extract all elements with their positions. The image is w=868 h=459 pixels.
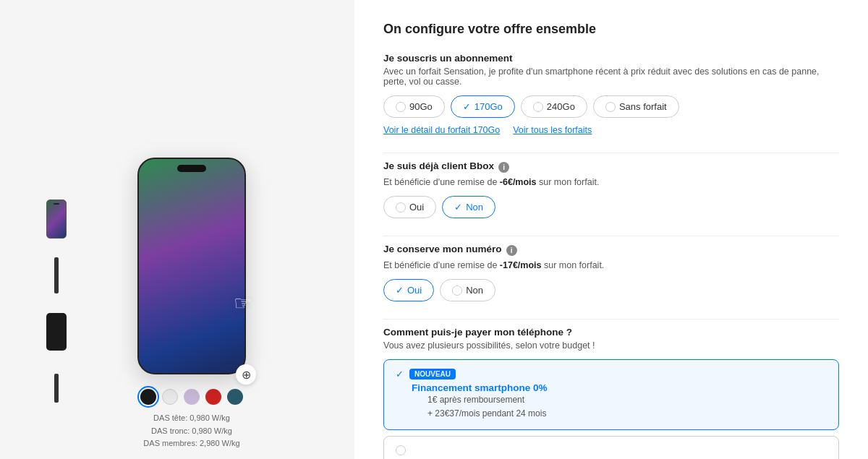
check-170go: ✓ [463,101,471,112]
payment-option-facilite[interactable]: ✓ Facilité de paiement sans frais 369€90… [383,436,839,459]
bbox-options: Oui ✓ Non [383,196,839,218]
divider-1 [383,153,839,153]
option-90go[interactable]: 90Go [383,95,445,118]
check-bbox-non: ✓ [454,202,462,213]
bbox-label-row: Je suis déjà client Bbox i [383,160,839,174]
bbox-desc: Et bénéficie d'une remise de -6€/mois su… [383,177,839,187]
subscription-options: 90Go ✓ 170Go 240Go Sans forfait [383,95,839,118]
swatch-black[interactable] [140,389,156,405]
financement-detail2: + 23€37/mois pendant 24 mois [427,407,827,421]
radio-bbox-oui [396,202,406,213]
numero-info-icon[interactable]: i [506,245,517,256]
das-membres: DAS membres: 2,980 W/kg [143,437,239,450]
das-info: DAS tête: 0,980 W/kg DAS tronc: 0,980 W/… [143,412,239,450]
option-240go[interactable]: 240Go [521,95,587,118]
numero-label: Je conserve mon numéro [383,244,502,254]
thumbnail-back[interactable] [43,310,69,353]
touch-cursor-icon: ☞ [234,291,252,315]
bbox-amount: -6€/mois [500,177,537,187]
right-panel: On configure votre offre ensemble Je sou… [354,0,868,459]
swatch-white[interactable] [162,389,178,405]
numero-suffix: sur mon forfait. [542,260,605,270]
option-numero-non[interactable]: Non [440,279,495,301]
thumbnail-side2[interactable] [43,366,69,410]
page-container: ☞ ⊕ DAS tête: 0,980 W/kg DAS tronc: 0,98… [0,0,868,459]
bbox-section: Je suis déjà client Bbox i Et bénéficie … [383,160,839,218]
bbox-suffix: sur mon forfait. [537,177,600,187]
payment-section: Comment puis-je payer mon téléphone ? Vo… [383,327,839,459]
das-tete: DAS tête: 0,980 W/kg [143,412,239,425]
thumbnail-strip [43,197,69,410]
check-financement: ✓ [396,369,404,379]
main-phone-container: ☞ ⊕ DAS tête: 0,980 W/kg DAS tronc: 0,98… [137,158,246,450]
color-swatches [140,389,243,405]
page-title: On configure votre offre ensemble [383,22,839,37]
zoom-icon[interactable]: ⊕ [236,364,256,385]
phone-image: ☞ [137,158,246,374]
swatch-teal[interactable] [227,389,243,405]
all-forfaits-link[interactable]: Voir tous les forfaits [513,125,592,135]
radio-240go [533,102,543,112]
option-bbox-oui[interactable]: Oui [383,196,436,218]
radio-numero-non [452,286,462,296]
detail-forfait-link[interactable]: Voir le détail du forfait 170Go [383,125,500,135]
financement-title: Financement smartphone 0% [412,382,827,393]
swatch-red[interactable] [205,389,221,405]
nouveau-badge: NOUVEAU [409,369,456,379]
option-bbox-non[interactable]: ✓ Non [442,196,495,218]
payment-options: ✓ NOUVEAU Financement smartphone 0% 1€ a… [383,359,839,459]
subscription-links: Voir le détail du forfait 170Go Voir tou… [383,125,839,135]
radio-facilite [396,445,406,455]
phone-notch [177,165,206,172]
payment-desc: Vous avez plusieurs possibilités, selon … [383,340,839,351]
option-sans-forfait[interactable]: Sans forfait [593,95,679,118]
numero-amount: -17€/mois [500,260,542,270]
das-tronc: DAS tronc: 0,980 W/kg [143,425,239,438]
subscription-label: Je souscris un abonnement [383,53,839,64]
bbox-info-icon[interactable]: i [498,162,509,173]
financement-detail1: 1€ après remboursement [427,393,827,407]
facilite-header: ✓ [396,445,827,455]
financement-header: ✓ NOUVEAU [396,369,827,379]
subscription-desc: Avec un forfait Sensation, je profite d'… [383,67,839,87]
thumbnail-side1[interactable] [43,254,69,297]
payment-label: Comment puis-je payer mon téléphone ? [383,327,839,338]
divider-2 [383,236,839,236]
numero-section: Je conserve mon numéro i Et bénéficie d'… [383,244,839,301]
thumbnail-front[interactable] [43,197,69,241]
left-panel: ☞ ⊕ DAS tête: 0,980 W/kg DAS tronc: 0,98… [0,0,354,459]
numero-label-row: Je conserve mon numéro i [383,244,839,257]
bbox-label: Je suis déjà client Bbox [383,160,494,171]
swatch-purple[interactable] [184,389,200,405]
radio-90go [396,102,406,112]
check-numero-oui: ✓ [396,285,404,296]
payment-option-financement[interactable]: ✓ NOUVEAU Financement smartphone 0% 1€ a… [383,359,839,430]
numero-desc: Et bénéficie d'une remise de -17€/mois s… [383,260,839,270]
subscription-section: Je souscris un abonnement Avec un forfai… [383,53,839,135]
option-numero-oui[interactable]: ✓ Oui [383,279,434,301]
option-170go[interactable]: ✓ 170Go [451,95,515,118]
radio-sans-forfait [605,102,616,112]
divider-3 [383,319,839,319]
numero-options: ✓ Oui Non [383,279,839,301]
